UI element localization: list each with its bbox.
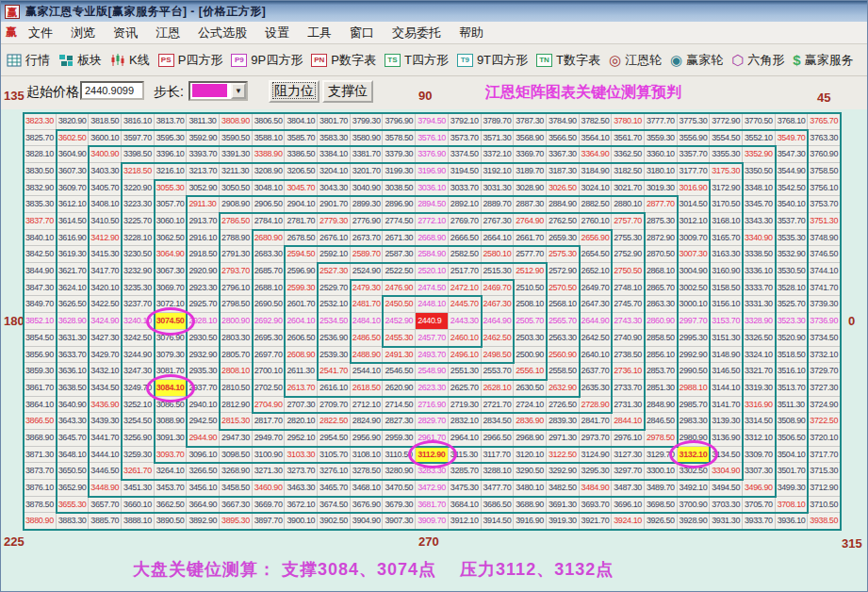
menu-item-5[interactable]: 设置 — [263, 23, 291, 43]
grid-cell[interactable]: 3832.90 — [24, 180, 57, 197]
grid-cell[interactable]: 3669.70 — [253, 497, 286, 514]
toolbar-行情[interactable]: 行情 — [7, 52, 50, 69]
grid-cell[interactable]: 3268.90 — [220, 463, 253, 480]
grid-cell[interactable]: 3170.50 — [710, 196, 743, 213]
grid-cell[interactable]: 3804.10 — [285, 113, 318, 130]
grid-cell[interactable]: 2920.90 — [187, 263, 220, 280]
grid-cell[interactable]: 3254.50 — [122, 413, 155, 430]
grid-cell[interactable]: 2464.90 — [482, 313, 515, 330]
menu-item-3[interactable]: 江恩 — [154, 23, 182, 43]
grid-cell[interactable]: 2786.50 — [220, 213, 253, 230]
grid-cell[interactable]: 3420.10 — [89, 280, 122, 297]
grid-cell[interactable]: 2652.10 — [580, 263, 613, 280]
grid-cell[interactable]: 3676.90 — [351, 497, 384, 514]
grid-cell[interactable]: 3892.90 — [187, 513, 220, 530]
grid-cell[interactable]: 3672.10 — [285, 497, 318, 514]
grid-cell[interactable]: 3256.90 — [122, 430, 155, 447]
grid-cell[interactable]: 3667.30 — [220, 497, 253, 514]
grid-cell[interactable]: 3302.50 — [678, 463, 711, 480]
grid-cell[interactable]: 3636.10 — [57, 363, 90, 380]
resistance-button[interactable]: 阻力位 — [269, 80, 319, 103]
grid-cell[interactable]: 3014.50 — [678, 196, 711, 213]
grid-cell[interactable]: 3172.90 — [710, 180, 743, 197]
grid-cell[interactable]: 2455.30 — [383, 330, 416, 347]
grid-cell[interactable]: 3213.70 — [187, 163, 220, 180]
grid-cell[interactable]: 3417.70 — [89, 263, 122, 280]
grid-cell[interactable]: 3088.90 — [155, 413, 188, 430]
grid-cell[interactable]: 2620.90 — [383, 380, 416, 397]
grid-cell[interactable]: 3674.50 — [318, 497, 351, 514]
grid-cell[interactable]: 3928.90 — [678, 513, 711, 530]
grid-cell[interactable]: 3883.30 — [57, 513, 90, 530]
grid-cell[interactable]: 2944.90 — [187, 430, 220, 447]
grid-cell[interactable]: 2836.90 — [514, 413, 547, 430]
grid-cell[interactable]: 3064.90 — [155, 246, 188, 263]
menu-item-1[interactable]: 浏览 — [69, 23, 97, 43]
grid-cell[interactable]: 2755.30 — [612, 230, 645, 247]
grid-cell[interactable]: 2611.30 — [285, 363, 318, 380]
grid-cell[interactable]: 2623.30 — [416, 380, 449, 397]
grid-cell[interactable]: 3604.90 — [57, 146, 90, 163]
grid-cell[interactable]: 3784.90 — [547, 113, 580, 130]
grid-cell[interactable]: 3573.70 — [449, 130, 482, 147]
grid-cell[interactable]: 2983.30 — [678, 413, 711, 430]
grid-cell[interactable]: 3456.10 — [187, 480, 220, 497]
grid-cell[interactable]: 3926.50 — [645, 513, 678, 530]
grid-cell[interactable]: 3180.10 — [645, 163, 678, 180]
toolbar-P四方形[interactable]: PSP四方形 — [158, 52, 223, 69]
grid-cell[interactable]: 2443.30 — [449, 313, 482, 330]
grid-cell[interactable]: 3062.50 — [155, 230, 188, 247]
grid-cell[interactable]: 2589.70 — [351, 246, 384, 263]
grid-cell[interactable]: 3232.90 — [122, 263, 155, 280]
grid-cell[interactable]: 3936.10 — [776, 513, 809, 530]
grid-cell[interactable]: 3852.10 — [24, 313, 57, 330]
grid-cell[interactable]: 2690.50 — [253, 296, 286, 313]
grid-cell[interactable]: 2906.50 — [253, 196, 286, 213]
grid-cell[interactable]: 3837.70 — [24, 213, 57, 230]
grid-cell[interactable]: 2949.70 — [253, 430, 286, 447]
grid-cell[interactable]: 2954.50 — [318, 430, 351, 447]
grid-cell[interactable]: 3691.30 — [547, 497, 580, 514]
grid-cell[interactable]: 2940.10 — [187, 397, 220, 414]
grid-cell[interactable]: 3568.90 — [514, 130, 547, 147]
grid-cell[interactable]: 3204.10 — [318, 163, 351, 180]
grid-cell[interactable]: 3897.70 — [253, 513, 286, 530]
grid-cell[interactable]: 2762.50 — [547, 213, 580, 230]
grid-cell[interactable]: 2779.30 — [318, 213, 351, 230]
grid-cell[interactable]: 3415.30 — [89, 246, 122, 263]
grid-cell[interactable]: 3338.50 — [743, 246, 776, 263]
grid-cell[interactable]: 3146.50 — [710, 363, 743, 380]
grid-cell[interactable]: 3242.50 — [122, 330, 155, 347]
grid-cell[interactable]: 3453.70 — [155, 480, 188, 497]
grid-cell[interactable]: 2901.70 — [318, 196, 351, 213]
grid-cell[interactable]: 3136.90 — [710, 430, 743, 447]
grid-cell[interactable]: 2527.30 — [318, 263, 351, 280]
grid-cell[interactable]: 3043.30 — [318, 180, 351, 197]
grid-cell[interactable]: 3108.10 — [351, 447, 384, 464]
grid-cell[interactable]: 3595.30 — [155, 130, 188, 147]
grid-cell[interactable]: 3362.50 — [612, 146, 645, 163]
grid-cell[interactable]: 3345.70 — [743, 196, 776, 213]
grid-cell[interactable]: 3751.30 — [808, 213, 841, 230]
grid-cell[interactable]: 3777.70 — [645, 113, 678, 130]
grid-cell[interactable]: 3866.50 — [24, 413, 57, 430]
grid-cell[interactable]: 3600.10 — [89, 130, 122, 147]
grid-cell[interactable]: 2695.30 — [253, 330, 286, 347]
grid-cell[interactable]: 3794.50 — [416, 113, 449, 130]
grid-cell[interactable]: 2676.10 — [318, 230, 351, 247]
grid-cell[interactable]: 2812.90 — [220, 397, 253, 414]
grid-cell[interactable]: 3789.70 — [482, 113, 515, 130]
grid-cell[interactable]: 2916.10 — [187, 230, 220, 247]
grid-cell[interactable]: 2796.10 — [220, 280, 253, 297]
grid-cell[interactable]: 3055.30 — [155, 180, 188, 197]
menu-item-9[interactable]: 帮助 — [457, 23, 485, 43]
grid-cell[interactable]: 3364.90 — [580, 146, 613, 163]
grid-cell[interactable]: 3122.50 — [547, 447, 580, 464]
grid-cell[interactable]: 2870.50 — [645, 246, 678, 263]
grid-cell[interactable]: 2692.90 — [253, 313, 286, 330]
grid-cell[interactable]: 3856.90 — [24, 347, 57, 364]
grid-cell[interactable]: 3321.70 — [743, 363, 776, 380]
grid-cell[interactable]: 2551.30 — [449, 363, 482, 380]
grid-cell[interactable]: 2803.30 — [220, 330, 253, 347]
grid-cell[interactable]: 3381.70 — [351, 146, 384, 163]
